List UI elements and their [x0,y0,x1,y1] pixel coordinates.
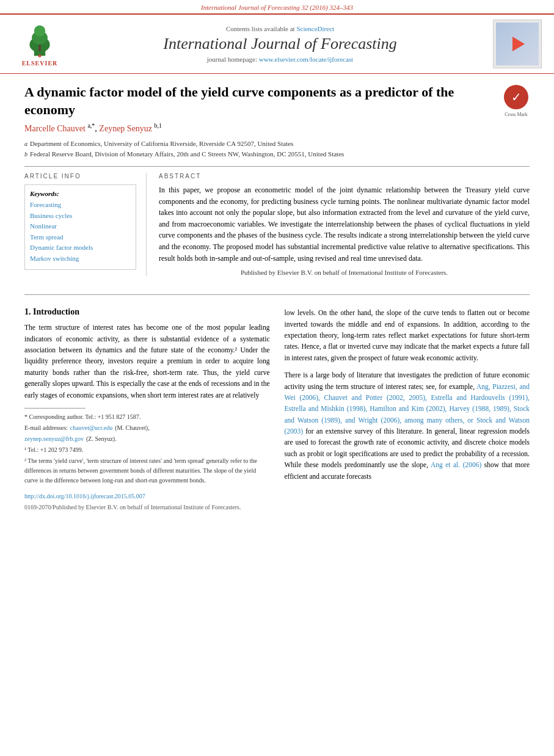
footnote-email: E-mail addresses: chauvet@ucr.edu (M. Ch… [24,423,270,433]
keywords-header: Keywords: [30,190,131,197]
svg-text:✓: ✓ [511,90,522,104]
contents-line: Contents lists available at ScienceDirec… [77,25,483,32]
author1-link[interactable]: Marcelle Chauvet [24,124,87,133]
svg-point-5 [38,54,42,57]
keyword-term-spread: Term spread [30,232,131,243]
svg-point-3 [34,25,45,36]
elsevier-tree-icon [21,22,58,59]
body-right-col: low levels. On the other hand, the slope… [285,307,530,512]
email2-link[interactable]: zeynep.senyuz@frb.gov [24,434,84,444]
ang-link[interactable]: Ang et al. (2006) [431,461,481,468]
journal-title: International Journal of Forecasting [77,35,483,53]
article-info: ARTICLE INFO Keywords: Forecasting Busin… [24,173,147,276]
crossmark-container[interactable]: ✓ Cross Mark [503,84,530,117]
body-left-col: 1. Introduction The term structure of in… [24,307,270,512]
svg-rect-4 [38,44,41,51]
issn-line: 0169-2070/Published by Elsevier B.V. on … [24,503,270,512]
article-info-label: ARTICLE INFO [24,173,136,180]
body-two-col: 1. Introduction The term structure of in… [24,307,530,512]
keywords-section: Keywords: Forecasting Business cycles No… [24,184,136,270]
intro-section-title: 1. Introduction [24,307,270,317]
journal-title-block: Contents lists available at ScienceDirec… [77,25,483,63]
affiliation-1: a Department of Economics, University of… [24,139,530,150]
sciencedirect-link[interactable]: ScienceDirect [296,25,334,32]
email1-link[interactable]: chauvet@ucr.edu [70,423,112,433]
author2-link[interactable]: Zeynep Senyuz [99,124,154,133]
abstract-section: ABSTRACT In this paper, we propose an ec… [159,173,530,276]
crossmark-label: Cross Mark [505,112,528,117]
keyword-forecasting: Forecasting [30,200,131,211]
footnote-divider [24,408,86,409]
footnotes: * Corresponding author. Tel.: +1 951 827… [24,412,270,512]
article-title: A dynamic factor model of the yield curv… [24,84,493,118]
article-title-section: A dynamic factor model of the yield curv… [24,84,530,118]
keyword-markov: Markov switching [30,253,131,264]
doi-link[interactable]: http://dx.doi.org/10.1016/j.ijforecast.2… [24,492,270,501]
main-content: A dynamic factor model of the yield curv… [0,74,554,288]
right-paragraph-2: There is a large body of literature that… [285,369,530,482]
homepage-link[interactable]: www.elsevier.com/locate/ijforecast [259,56,353,63]
right-paragraph-1: low levels. On the other hand, the slope… [285,307,530,363]
body-content: 1. Introduction The term structure of in… [0,307,554,512]
elsevier-label: ELSEVIER [22,60,58,67]
abstract-text: In this paper, we propose an econometric… [159,184,530,264]
affiliation-2: b Federal Reserve Board, Division of Mon… [24,149,530,160]
keyword-dynamic-factor: Dynamic factor models [30,242,131,253]
article-info-abstract: ARTICLE INFO Keywords: Forecasting Busin… [24,173,530,276]
footnote-2: ² The terms 'yield curve', 'term structu… [24,456,270,485]
footnote-1: ¹ Tel.: +1 202 973 7499. [24,445,270,455]
journal-header: ELSEVIER Contents lists available at Sci… [0,13,554,74]
abstract-label: ABSTRACT [159,173,530,180]
footnote-star: * Corresponding author. Tel.: +1 951 827… [24,412,270,422]
elsevier-logo: ELSEVIER [12,22,67,67]
body-divider [24,294,530,295]
journal-reference: International Journal of Forecasting 32 … [0,0,554,13]
play-icon [512,37,525,51]
footnote-email2: zeynep.senyuz@frb.gov (Z. Senyuz). [24,434,270,444]
abstract-published: Published by Elsevier B.V. on behalf of … [159,269,530,276]
keyword-business-cycles: Business cycles [30,211,131,222]
journal-homepage: journal homepage: www.elsevier.com/locat… [77,56,483,63]
keyword-nonlinear: Nonlinear [30,221,131,232]
section-divider [24,166,530,167]
crossmark-icon: ✓ [503,84,530,111]
authors: Marcelle Chauvet a,*, Zeynep Senyuz b,1 [24,122,530,134]
journal-thumbnail [493,20,542,68]
intro-paragraph-1: The term structure of interest rates has… [24,322,270,401]
affiliations: a Department of Economics, University of… [24,139,530,160]
